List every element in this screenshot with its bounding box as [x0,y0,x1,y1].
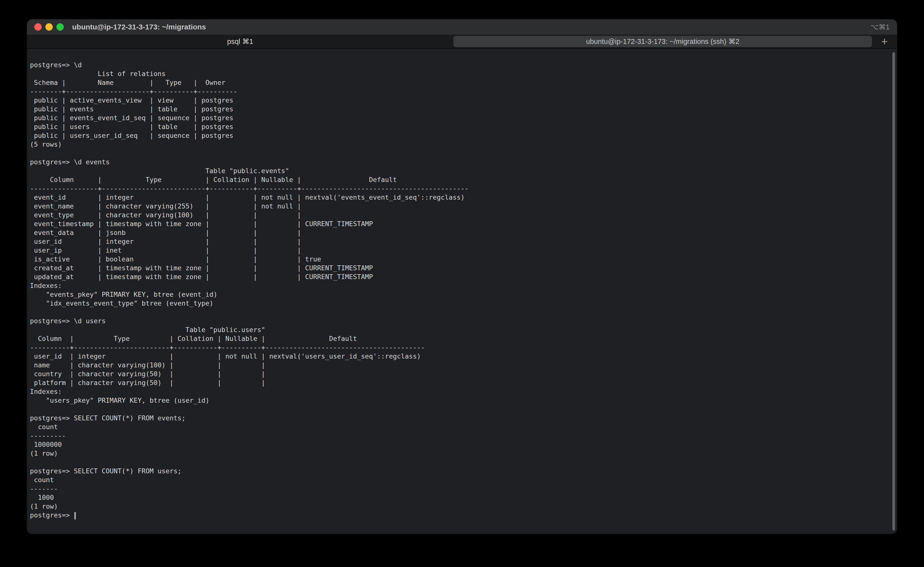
tab-bar: psql ⌘1 ubuntu@ip-172-31-3-173: ~/migrat… [27,34,897,49]
terminal-output: postgres=> \d List of relations Schema |… [27,49,897,511]
tab-ssh-migrations-label: ubuntu@ip-172-31-3-173: ~/migrations (ss… [586,37,739,46]
terminal-prompt-line: postgres=> [27,511,897,520]
window-title: ubuntu@ip-172-31-3-173: ~/migrations [72,23,206,31]
tab-psql[interactable]: psql ⌘1 [27,34,454,48]
zoom-button[interactable] [56,23,64,31]
window-titlebar[interactable]: ubuntu@ip-172-31-3-173: ~/migrations ⌥⌘1 [27,20,897,34]
traffic-lights [35,23,64,31]
minimize-button[interactable] [45,23,53,31]
tab-psql-label: psql ⌘1 [227,37,253,46]
terminal-scrollbar[interactable] [892,52,895,531]
new-tab-button[interactable]: + [872,34,897,48]
prompt-text: postgres=> [30,512,74,519]
terminal-window: ubuntu@ip-172-31-3-173: ~/migrations ⌥⌘1… [27,20,897,534]
terminal-content[interactable]: postgres=> \d List of relations Schema |… [27,49,897,534]
close-button[interactable] [35,23,42,31]
tab-ssh-migrations[interactable]: ubuntu@ip-172-31-3-173: ~/migrations (ss… [454,36,872,47]
window-shortcut-badge: ⌥⌘1 [870,23,889,31]
terminal-cursor [74,512,76,519]
